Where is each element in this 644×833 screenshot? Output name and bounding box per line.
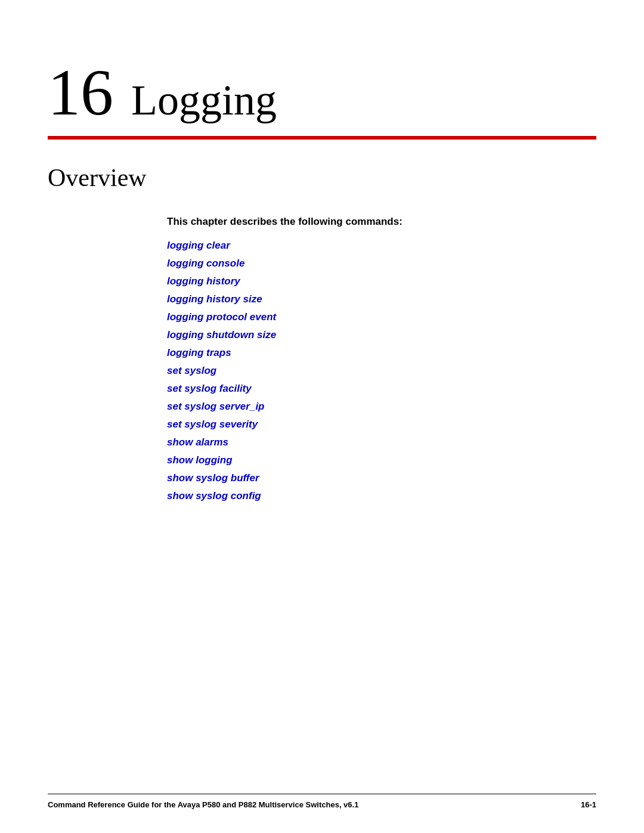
section-title: Overview	[48, 163, 596, 192]
intro-text: This chapter describes the following com…	[167, 216, 596, 228]
footer-left-text: Command Reference Guide for the Avaya P5…	[48, 800, 358, 809]
command-link-5[interactable]: logging shutdown size	[167, 329, 596, 341]
command-link-7[interactable]: set syslog	[167, 365, 596, 377]
chapter-number: 16	[48, 60, 113, 125]
red-rule	[48, 136, 596, 140]
chapter-title: Logging	[131, 79, 277, 122]
command-link-1[interactable]: logging console	[167, 258, 596, 270]
command-link-11[interactable]: show alarms	[167, 436, 596, 448]
command-link-12[interactable]: show logging	[167, 454, 596, 466]
command-link-0[interactable]: logging clear	[167, 240, 596, 252]
command-link-2[interactable]: logging history	[167, 275, 596, 287]
command-link-3[interactable]: logging history size	[167, 293, 596, 305]
page: 16 Logging Overview This chapter describ…	[0, 0, 644, 833]
command-link-13[interactable]: show syslog buffer	[167, 472, 596, 484]
commands-list: logging clearlogging consolelogging hist…	[167, 240, 596, 502]
command-link-6[interactable]: logging traps	[167, 347, 596, 359]
command-link-10[interactable]: set syslog severity	[167, 419, 596, 431]
footer: Command Reference Guide for the Avaya P5…	[48, 794, 596, 809]
command-link-14[interactable]: show syslog config	[167, 490, 596, 502]
command-link-9[interactable]: set syslog server_ip	[167, 401, 596, 413]
command-link-4[interactable]: logging protocol event	[167, 311, 596, 323]
footer-right-text: 16-1	[581, 800, 596, 809]
chapter-header: 16 Logging	[48, 60, 596, 125]
command-link-8[interactable]: set syslog facility	[167, 383, 596, 395]
